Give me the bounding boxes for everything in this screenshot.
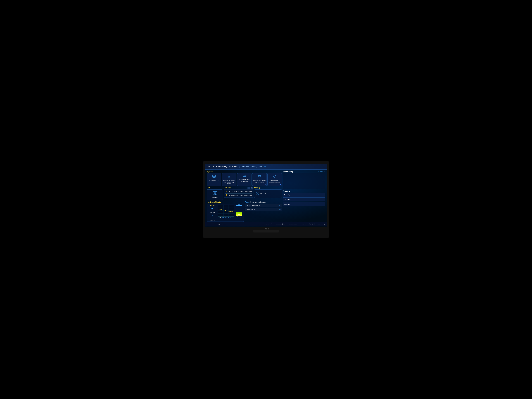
svg-point-48	[222, 209, 222, 210]
bios-icon	[212, 174, 216, 179]
cpu-temp-info: CPU CPU 70°C 1218mV	[218, 217, 234, 218]
admin-password-edit-icon[interactable]: ✏	[279, 204, 281, 206]
footer: Version 2.20.0049. Copyright (C) 2020 Am…	[205, 222, 327, 226]
svg-rect-15	[244, 176, 244, 176]
cpu-chart	[218, 205, 234, 216]
svg-text:CPU: CPU	[228, 176, 230, 177]
usb-device-1: ⚡ HID device INSTANT USB GAMING MOUSE	[225, 190, 252, 194]
serial-icon	[273, 174, 277, 179]
svg-point-35	[257, 193, 258, 193]
edit-icon[interactable]: ✏	[264, 166, 266, 168]
fan1-rpm: 4436 RPM	[208, 212, 217, 213]
advance-mode-button[interactable]: ⊣ Advance Mode(F7)	[301, 223, 313, 225]
monitor-brand-label: /ISUS	[205, 227, 327, 230]
svg-point-54	[230, 211, 230, 212]
usb-nav: < >	[247, 187, 253, 189]
storage-title: Storage	[254, 187, 282, 189]
hardware-monitor-section: Hardware Monitor CPU FAN 4436 RPM	[207, 201, 244, 222]
cpu-fan-label: CPU FAN	[208, 205, 217, 206]
access-section: AccessLevel: Administrator Administrator…	[245, 201, 282, 222]
svg-line-28	[215, 194, 216, 195]
lcd-display: 1920*1080	[208, 190, 222, 199]
boot-menu-button[interactable]: Boot Menu(F8)	[289, 223, 297, 225]
column2-label: Column 2:	[284, 203, 290, 205]
system-section: System BIOS Version: 315 ▼	[207, 171, 282, 186]
usb-device-1-label: HID device INSTANT USB GAMING MOUSE	[228, 191, 252, 192]
serial-text: Serial Number: K9NRCV04R880389	[268, 180, 281, 183]
cpu-temp-text: CPU 70°C 1218mV	[222, 217, 233, 218]
lcd-resolution: 1920*1080	[211, 197, 218, 198]
usb-icon-2: ⚡	[225, 194, 227, 196]
property-section: Property Asset Tag: Column 1: Column 2:	[283, 190, 325, 207]
user-password-field[interactable]: User Password ✏	[245, 208, 282, 211]
gpu-icon	[258, 174, 261, 179]
header: /SUS BIOS Utility - EZ Mode | 2022/11/07…	[205, 164, 327, 170]
lcd-section: LCD 1920*1080	[207, 187, 223, 200]
access-level-text: Level: Administrator	[250, 201, 266, 203]
storage-section: Storage Port: N/A	[254, 187, 282, 200]
battery-percent: 36%	[236, 214, 242, 215]
hw-monitor-title: Hardware Monitor	[207, 201, 244, 203]
admin-password-label: Administrator Password	[246, 204, 279, 206]
column1-label: Column 1:	[284, 199, 290, 200]
svg-point-49	[223, 210, 224, 210]
switch-all-button[interactable]: ⇕ Switch all	[318, 171, 325, 172]
usb-device-2-label: HID device INSTANT USB GAMING MOUSE	[228, 195, 252, 196]
header-datetime: 2022/11/07 Monday 22:59	[242, 166, 262, 168]
svg-point-56	[232, 211, 233, 212]
storage-item-1: Port: N/A	[255, 190, 281, 197]
usb-icon-1: ⚡	[225, 191, 227, 193]
column1-field: Column 1:	[283, 197, 325, 201]
svg-point-53	[228, 211, 229, 211]
footer-buttons: Default(F9) | Save & Exit(F10) | Boot Me…	[266, 223, 325, 225]
storage-icon	[256, 191, 260, 196]
battery-label: Primary	[237, 216, 241, 217]
bottom-row: Hardware Monitor CPU FAN 4436 RPM	[207, 201, 282, 222]
middle-row: LCD 1920*1080	[207, 187, 282, 200]
cpu-icon: CPU	[227, 174, 231, 179]
user-password-edit-icon[interactable]: ✏	[279, 209, 281, 210]
svg-line-27	[214, 194, 214, 195]
serial-card[interactable]: Serial Number: K9NRCV04R880389 ▼	[267, 173, 282, 186]
usb-next-button[interactable]: >	[251, 187, 253, 189]
battery-container: 36%	[236, 205, 242, 216]
column2-field: Column 2:	[283, 202, 325, 206]
monitor-bezel: /SUS BIOS Utility - EZ Mode | 2022/11/07…	[203, 161, 329, 238]
fan-section: CPU FAN 4436 RPM 483 RPM	[208, 205, 217, 221]
lcd-icon	[212, 191, 217, 196]
fan-icon-1	[208, 207, 217, 211]
user-password-label: User Password	[246, 209, 279, 210]
svg-point-36	[212, 208, 213, 209]
usb-title: USB Port	[224, 187, 231, 189]
memory-card[interactable]: Total Memory: 8192 MB (DDR4) ▼	[237, 173, 252, 186]
header-title: BIOS Utility - EZ Mode	[216, 165, 237, 168]
svg-rect-1	[213, 176, 215, 177]
property-title: Property	[283, 190, 325, 192]
lcd-title: LCD	[207, 187, 223, 189]
cpu-card[interactable]: CPU AMD Ryzen 7 3750H with Radeon Vega M…	[222, 173, 236, 186]
save-exit-button[interactable]: Save & Exit(F10)	[276, 223, 285, 225]
usb-prev-button[interactable]: <	[247, 187, 250, 189]
battery-top	[238, 204, 240, 204]
usb-device-2: ⚡ HID device INSTANT USB GAMING MOUSE	[225, 194, 252, 197]
admin-password-field[interactable]: Administrator Password ✏	[245, 204, 282, 207]
access-title: AccessLevel: Administrator	[245, 201, 282, 203]
svg-rect-14	[243, 176, 243, 176]
storage-port-text: Port: N/A	[260, 193, 266, 194]
memory-icon	[242, 174, 246, 178]
svg-point-51	[226, 210, 226, 211]
fan-icon-2	[208, 214, 217, 219]
bios-version-card[interactable]: BIOS Version: 315 ▼	[207, 173, 221, 186]
boot-priority-section: Boot Priority ⇕ Switch all	[283, 171, 325, 189]
svg-rect-21	[260, 176, 261, 176]
gpu-card[interactable]: AMD Radeon(TM) RX Vega 10 Graphics ▼	[252, 173, 267, 186]
system-cards: BIOS Version: 315 ▼ CPU AMD Ryzen 7 3750…	[207, 173, 282, 186]
svg-point-55	[231, 211, 231, 212]
usb-section: USB Port < > ⚡ HID device INSTANT USB GA…	[224, 187, 253, 200]
svg-rect-18	[245, 176, 246, 176]
asset-tag-label: Asset Tag:	[284, 194, 290, 196]
svg-point-52	[227, 211, 228, 211]
footer-copyright: Version 2.20.0049. Copyright (C) 2020 Am…	[207, 223, 238, 225]
search-faq-button[interactable]: Search on FAQ	[317, 223, 325, 225]
default-button[interactable]: Default(F9)	[266, 223, 272, 225]
